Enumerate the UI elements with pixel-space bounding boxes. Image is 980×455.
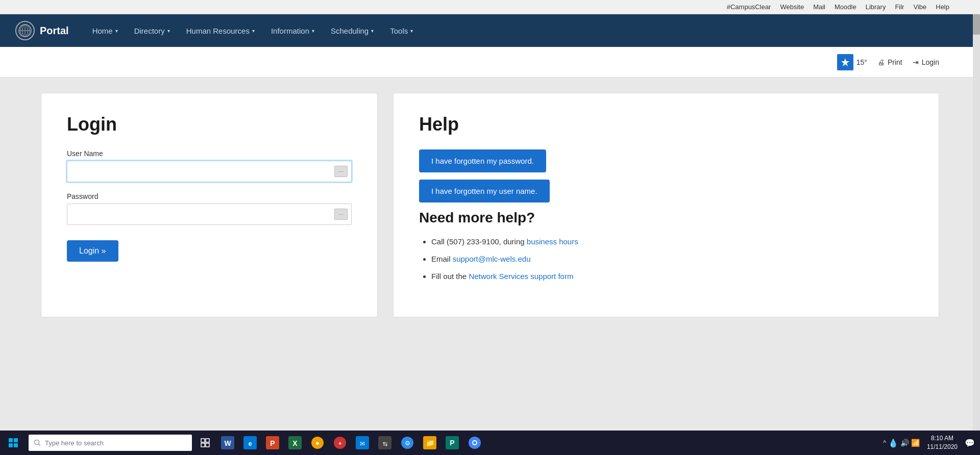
taskbar-vpn-icon[interactable]: ⇆ (374, 431, 396, 455)
svg-text:✦: ✦ (338, 441, 342, 446)
taskbar-mail-icon[interactable]: ✉ (351, 431, 374, 455)
username-label: User Name (67, 149, 352, 158)
help-card: Help I have forgotten my password. I hav… (393, 93, 939, 317)
weather-widget: 15° (837, 54, 867, 70)
print-button[interactable]: 🖨 Print (877, 58, 902, 66)
taskbar-edge-icon[interactable]: e (239, 431, 261, 455)
password-field-wrapper: ⋯ (67, 204, 352, 225)
taskbar-excel-icon[interactable]: X (284, 431, 306, 455)
topbar-moodle[interactable]: Moodle (835, 3, 856, 11)
svg-text:📁: 📁 (426, 439, 435, 447)
nav-human-resources[interactable]: Human Resources ▾ (178, 14, 263, 47)
svg-text:✉: ✉ (360, 440, 365, 447)
taskbar-browser-icon[interactable]: ● (306, 431, 329, 455)
taskbar-tools-icon[interactable]: ⚙ (396, 431, 419, 455)
nav-information[interactable]: Information ▾ (263, 14, 323, 47)
notification-icon[interactable]: 💬 (965, 438, 975, 448)
list-item: Email support@mlc-wels.edu (431, 251, 913, 267)
nav-directory[interactable]: Directory ▾ (126, 14, 178, 47)
svg-marker-5 (841, 58, 849, 66)
main-content: Login User Name ⋯ Password ⋯ Login » Hel… (0, 78, 980, 333)
password-input[interactable] (67, 204, 352, 225)
login-button[interactable]: Login » (67, 240, 118, 262)
svg-rect-15 (206, 443, 209, 447)
svg-rect-9 (14, 443, 18, 447)
business-hours-link[interactable]: business hours (527, 237, 578, 246)
support-form-link[interactable]: Network Services support form (469, 272, 573, 281)
logo-area[interactable]: Portal (15, 21, 69, 40)
topbar-library[interactable]: Library (866, 3, 886, 11)
login-link[interactable]: ⇥ Login (913, 58, 939, 66)
help-title: Help (419, 114, 913, 135)
username-field-wrapper: ⋯ (67, 161, 352, 182)
date-display: 11/11/2020 (927, 443, 958, 451)
temperature-display: 15° (856, 58, 867, 66)
chevron-up-icon[interactable]: ^ (883, 439, 886, 446)
topbar-website[interactable]: Website (780, 3, 804, 11)
clock-display[interactable]: 8:10 AM 11/11/2020 (922, 434, 963, 451)
svg-text:P: P (270, 439, 275, 447)
sub-header: 15° 🖨 Print ⇥ Login (0, 47, 980, 78)
home-chevron-icon: ▾ (115, 28, 118, 34)
logo-text: Portal (40, 25, 69, 37)
logo-icon (15, 21, 35, 40)
network-icon[interactable]: 📶 (911, 439, 920, 447)
directory-chevron-icon: ▾ (167, 28, 170, 34)
topbar-mail[interactable]: Mail (813, 3, 825, 11)
svg-rect-7 (14, 438, 18, 442)
svg-text:P: P (450, 439, 454, 447)
taskbar-powerpoint-icon[interactable]: P (261, 431, 284, 455)
search-icon (34, 439, 41, 446)
topbar-vibe[interactable]: Vibe (913, 3, 926, 11)
forgot-password-button[interactable]: I have forgotten my password. (419, 149, 546, 172)
volume-icon[interactable]: 🔊 (900, 439, 909, 447)
svg-text:e: e (249, 440, 252, 447)
nav-scheduling[interactable]: Scheduling ▾ (323, 14, 382, 47)
print-icon: 🖨 (877, 58, 885, 66)
main-navigation: Portal Home ▾ Directory ▾ Human Resource… (0, 14, 980, 47)
username-input[interactable] (67, 161, 352, 182)
taskbar-chrome-icon[interactable] (463, 431, 486, 455)
start-button[interactable] (0, 431, 27, 455)
taskbar-search-bar[interactable] (29, 435, 192, 451)
svg-point-10 (35, 440, 39, 445)
svg-point-40 (473, 441, 476, 444)
topbar-campus-clear[interactable]: #CampusClear (727, 3, 771, 11)
help-list: Call (507) 233-9100, during business hou… (419, 234, 913, 284)
svg-text:⇆: ⇆ (383, 441, 387, 447)
support-email-link[interactable]: support@mlc-wels.edu (453, 255, 531, 263)
login-card: Login User Name ⋯ Password ⋯ Login » (41, 93, 378, 317)
svg-rect-13 (206, 439, 209, 442)
svg-text:●: ● (315, 439, 320, 447)
list-item: Fill out the Network Services support fo… (431, 269, 913, 284)
need-more-help-title: Need more help? (419, 210, 913, 226)
scrollbar[interactable] (973, 14, 980, 431)
svg-rect-12 (201, 439, 205, 442)
svg-line-11 (39, 444, 41, 446)
forgot-username-button[interactable]: I have forgotten my user name. (419, 180, 550, 203)
taskbar-filemanager-icon[interactable]: 📁 (419, 431, 441, 455)
svg-text:⚙: ⚙ (405, 440, 410, 447)
taskbar-antivirus-icon[interactable]: ✦ (329, 431, 351, 455)
login-icon: ⇥ (913, 58, 919, 66)
top-utility-bar: #CampusClear Website Mail Moodle Library… (0, 0, 980, 14)
topbar-filr[interactable]: Filr (895, 3, 904, 11)
scrollbar-thumb[interactable] (973, 14, 980, 35)
svg-rect-14 (201, 443, 205, 447)
password-dots-button[interactable]: ⋯ (334, 209, 348, 220)
username-dots-button[interactable]: ⋯ (334, 166, 348, 177)
search-input[interactable] (45, 439, 187, 447)
taskbar: W e P X ● ✦ ✉ ⇆ ⚙ 📁 P ^ 💧 🔊 📶 8:10 AM 11… (0, 431, 980, 455)
taskbar-publisher-icon[interactable]: P (441, 431, 463, 455)
task-view-button[interactable] (194, 431, 216, 455)
svg-text:W: W (224, 439, 231, 447)
list-item: Call (507) 233-9100, during business hou… (431, 234, 913, 249)
password-label: Password (67, 192, 352, 200)
taskbar-word-icon[interactable]: W (216, 431, 239, 455)
topbar-help[interactable]: Help (936, 3, 949, 11)
dropbox-icon: 💧 (888, 438, 898, 448)
nav-home[interactable]: Home ▾ (84, 14, 126, 47)
login-title: Login (67, 114, 352, 135)
svg-rect-8 (9, 443, 13, 447)
nav-tools[interactable]: Tools ▾ (382, 14, 421, 47)
